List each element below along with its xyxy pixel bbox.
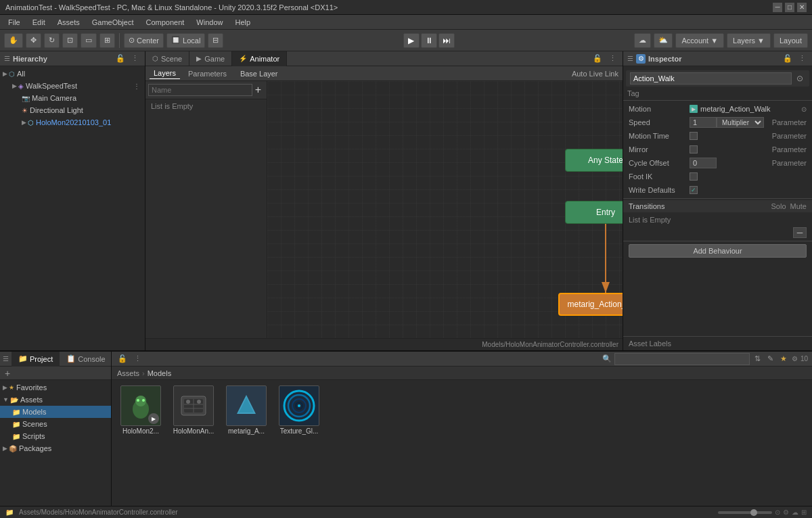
svg-point-4 bbox=[142, 399, 145, 402]
layers-button[interactable]: Layers ▼ bbox=[727, 33, 771, 48]
entry-node[interactable]: Entry bbox=[565, 201, 623, 224]
zoom-slider[interactable] bbox=[718, 511, 772, 514]
tree-item-scenes[interactable]: 📁 Scenes bbox=[0, 418, 111, 430]
tree-item-models[interactable]: 📁 Models bbox=[0, 406, 111, 418]
camera-icon: 📷 bbox=[22, 95, 30, 102]
account-button[interactable]: Account ▼ bbox=[675, 33, 724, 48]
animator-graph[interactable]: Any State Entry metarig_Action_Walk bbox=[267, 81, 623, 338]
center-button[interactable]: ⊙ Center bbox=[124, 33, 164, 48]
mirror-checkbox[interactable] bbox=[690, 145, 698, 154]
tab-game[interactable]: ▶ Game bbox=[189, 51, 232, 66]
menu-file[interactable]: File bbox=[3, 17, 26, 28]
animator-lock-button[interactable]: 🔓 bbox=[591, 53, 604, 64]
tree-item-favorites[interactable]: ▶ ★ Favorites bbox=[0, 381, 111, 394]
local-button[interactable]: 🔲 Local bbox=[166, 33, 205, 48]
animator-layers-tab[interactable]: Layers bbox=[150, 68, 180, 79]
breadcrumb-assets[interactable]: Assets bbox=[117, 369, 139, 377]
status-icon-1: ⊙ bbox=[775, 509, 780, 516]
asset-item-texture[interactable]: Texture_Gl... bbox=[275, 385, 323, 435]
hierarchy-item-directionallight[interactable]: ☀ Directional Light bbox=[0, 104, 145, 116]
multiplier-select[interactable]: Multiplier bbox=[717, 117, 764, 128]
layers-name-input[interactable] bbox=[148, 84, 252, 96]
title-bar: AnimationTest - WalkSpeedTest - PC, Mac … bbox=[0, 0, 812, 15]
cloud-button[interactable]: ⛅ bbox=[654, 33, 673, 48]
models-folder-icon: 📁 bbox=[12, 408, 20, 416]
asset-item-metarig[interactable]: metarig_A... bbox=[223, 385, 270, 435]
search-input[interactable] bbox=[614, 353, 750, 365]
rect-tool-button[interactable]: ▭ bbox=[81, 33, 97, 48]
inspector-name-btn[interactable]: ⊙ bbox=[794, 73, 805, 84]
motion-select-btn[interactable]: ⊙ bbox=[801, 105, 807, 113]
rotate-tool-button[interactable]: ↻ bbox=[44, 33, 60, 48]
light-icon: ☀ bbox=[22, 107, 28, 114]
layers-add-button[interactable]: + bbox=[252, 83, 264, 97]
svg-rect-5 bbox=[133, 408, 135, 413]
close-button[interactable]: ✕ bbox=[797, 3, 807, 12]
state-name-input[interactable] bbox=[630, 72, 792, 85]
tab-scene[interactable]: ⬡ Scene bbox=[145, 51, 189, 66]
step-button[interactable]: ⏭ bbox=[438, 33, 455, 48]
hierarchy-lock-button[interactable]: 🔓 bbox=[114, 53, 127, 64]
window-controls[interactable]: ─ □ ✕ bbox=[773, 3, 807, 12]
layout-button[interactable]: Layout bbox=[773, 33, 808, 48]
pause-button[interactable]: ⏸ bbox=[421, 33, 437, 48]
hierarchy-more-button[interactable]: ⋮ bbox=[129, 53, 141, 64]
hierarchy-item-maincamera[interactable]: 📷 Main Camera bbox=[0, 92, 145, 104]
hierarchy-item-holomon[interactable]: ▶ ⬡ HoloMon20210103_01 bbox=[0, 116, 145, 128]
transform-tool-button[interactable]: ⊞ bbox=[99, 33, 115, 48]
inspector-more-button[interactable]: ⋮ bbox=[796, 53, 808, 64]
tab-animator[interactable]: ⚡ Animator bbox=[232, 51, 287, 66]
motiontime-checkbox[interactable] bbox=[690, 132, 698, 140]
hierarchy-item-walkspeedtest[interactable]: ▶ ◈ WalkSpeedTest ⋮ bbox=[0, 80, 145, 92]
controller-preview-icon bbox=[177, 390, 210, 422]
add-behaviour-button[interactable]: Add Behaviour bbox=[629, 244, 807, 258]
footik-checkbox[interactable] bbox=[690, 172, 698, 181]
transitions-remove-button[interactable]: ─ bbox=[793, 227, 807, 238]
menu-help[interactable]: Help bbox=[229, 17, 256, 28]
animator-parameters-tab[interactable]: Parameters bbox=[184, 68, 231, 79]
animator-layers-panel: + List is Empty bbox=[145, 81, 267, 338]
tree-item-scripts[interactable]: 📁 Scripts bbox=[0, 430, 111, 442]
assets-sort-button[interactable]: ⇅ bbox=[752, 354, 763, 364]
speed-input[interactable] bbox=[690, 117, 717, 128]
asset-labels-text: Asset Labels bbox=[629, 339, 671, 348]
walkspeedtest-more-button[interactable]: ⋮ bbox=[131, 82, 142, 91]
tree-item-assets[interactable]: ▼ 📂 Assets bbox=[0, 394, 111, 406]
menu-edit[interactable]: Edit bbox=[27, 17, 51, 28]
tree-item-packages[interactable]: ▶ 📦 Packages bbox=[0, 442, 111, 454]
assets-star-button[interactable]: ★ bbox=[778, 354, 789, 364]
grid-button[interactable]: ⊟ bbox=[208, 33, 223, 48]
asset-item-controller[interactable]: HoloMonAn... bbox=[170, 385, 217, 435]
collab-button[interactable]: ☁ bbox=[634, 33, 651, 48]
minimize-button[interactable]: ─ bbox=[773, 3, 782, 12]
tab-console[interactable]: 📋 Console bbox=[60, 352, 112, 367]
cycleoffset-input[interactable] bbox=[690, 158, 717, 168]
scale-tool-button[interactable]: ⊡ bbox=[62, 33, 78, 48]
menu-window[interactable]: Window bbox=[191, 17, 228, 28]
assets-more-button[interactable]: ⋮ bbox=[132, 354, 143, 364]
breadcrumb-models[interactable]: Models bbox=[148, 369, 171, 377]
center-area: ⬡ Scene ▶ Game ⚡ Animator 🔓 ⋮ Layers Par… bbox=[145, 51, 623, 350]
tab-project[interactable]: 📁 Project bbox=[12, 352, 60, 367]
svg-point-13 bbox=[197, 400, 201, 404]
writedefaults-checkbox[interactable] bbox=[690, 186, 698, 194]
action-node[interactable]: metarig_Action_Walk bbox=[558, 293, 623, 316]
animator-body: + List is Empty bbox=[145, 81, 623, 338]
asset-item-holomon[interactable]: ▶ HoloMon2... bbox=[117, 385, 164, 435]
animator-more-button[interactable]: ⋮ bbox=[607, 53, 618, 64]
menu-gameobject[interactable]: GameObject bbox=[87, 17, 139, 28]
assets-lock-button[interactable]: 🔓 bbox=[116, 354, 129, 364]
inspector-lock-button[interactable]: 🔓 bbox=[781, 53, 794, 64]
layers-empty-label: List is Empty bbox=[148, 99, 196, 113]
hand-tool-button[interactable]: ✋ bbox=[4, 33, 23, 48]
maximize-button[interactable]: □ bbox=[785, 3, 794, 12]
scenes-folder-icon: 📁 bbox=[12, 421, 20, 428]
menu-component[interactable]: Component bbox=[140, 17, 189, 28]
any-state-node[interactable]: Any State bbox=[565, 149, 623, 172]
assets-filter-button[interactable]: ✎ bbox=[765, 354, 775, 364]
move-tool-button[interactable]: ✥ bbox=[26, 33, 41, 48]
menu-assets[interactable]: Assets bbox=[52, 17, 85, 28]
hierarchy-item-all[interactable]: ▶ ⬡ All bbox=[0, 68, 145, 80]
play-button[interactable]: ▶ bbox=[403, 33, 420, 48]
project-add-button[interactable]: + bbox=[3, 367, 12, 379]
